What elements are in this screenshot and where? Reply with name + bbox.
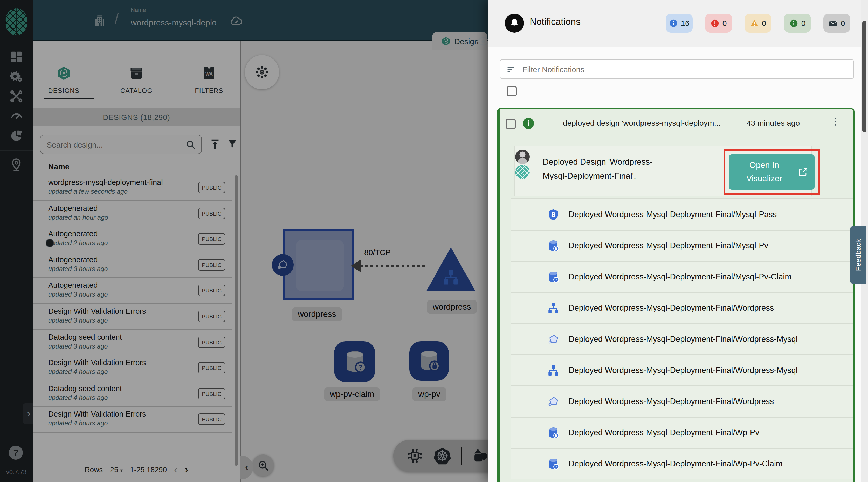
notification-filter-box[interactable] [500,59,854,79]
svg-text:?: ? [555,465,557,469]
error-icon [711,19,720,28]
notification-status-icon [521,116,535,131]
deployment-event-row[interactable]: Deployed Wordpress-Mysql-Deployment-Fina… [510,292,853,323]
deployment-event-row[interactable]: Deployed Wordpress-Mysql-Deployment-Fina… [510,230,853,261]
external-link-icon [798,167,808,177]
filter-lines-icon [506,64,516,74]
notification-card[interactable]: deployed design 'wordpress-mysql-deploym… [497,108,855,482]
notifications-scrollbar-thumb[interactable] [862,21,866,133]
tree-icon [547,302,560,314]
notification-filter-input[interactable] [521,64,847,74]
app-window: › ? v0.7.73 / Name DESIGNS CATALOG WA FI… [0,0,868,482]
success-icon [789,19,799,28]
deployment-event-row[interactable]: Deployed Wordpress-Mysql-Deployment-Fina… [510,417,853,448]
shield-lock-icon [547,208,560,221]
meshery-avatar[interactable] [515,165,530,179]
notification-description: Deployed Design 'Wordpress-Mysql-Deploym… [543,155,677,183]
mail-icon [829,19,838,28]
kebab-menu-icon[interactable]: ⋮ [831,115,840,127]
annotation-highlight-box: Open In Visualizer [724,149,820,195]
db-lock-icon [547,426,560,439]
feedback-tab[interactable]: Feedback [850,226,866,284]
db-question-icon: ? [547,457,560,470]
deployment-event-list: Deployed Wordpress-Mysql-Deployment-Fina… [510,198,853,479]
count-badge-success[interactable]: 0 [784,13,811,33]
bell-glyph-icon [509,18,520,29]
notification-timestamp: 43 minutes ago [747,118,800,127]
select-all-checkbox[interactable] [507,86,517,96]
count-badge-informational[interactable]: 16 [665,13,693,33]
svg-text:?: ? [555,278,557,282]
user-avatar[interactable] [515,149,530,164]
deployment-event-row[interactable]: Deployed Wordpress-Mysql-Deployment-Fina… [510,198,853,230]
info-icon [669,19,678,28]
deployment-event-row[interactable]: ? Deployed Wordpress-Mysql-Deployment-Fi… [510,261,853,292]
deployment-event-row[interactable]: Deployed Wordpress-Mysql-Deployment-Fina… [510,354,853,386]
notifications-panel: Notifications 16 0 0 0 0 deployed design… [488,0,868,482]
deployment-event-row[interactable]: Deployed Wordpress-Mysql-Deployment-Fina… [510,323,853,354]
deployment-event-row[interactable]: ? Deployed Wordpress-Mysql-Deployment-Fi… [510,448,853,479]
modal-dim-overlay [0,0,488,482]
notification-summary[interactable]: deployed design 'wordpress-mysql-deploym… [563,118,742,127]
bell-icon [505,13,524,33]
count-badge-warning[interactable]: 0 [745,13,772,33]
count-badge-read[interactable]: 0 [824,13,850,33]
warning-icon [750,19,759,28]
db-question-icon: ? [547,271,560,283]
count-badge-error[interactable]: 0 [705,13,732,33]
open-in-visualizer-button[interactable]: Open In Visualizer [729,154,814,190]
pentagon-icon [547,333,560,346]
notifications-title: Notifications [530,17,581,28]
tree-icon [547,364,560,377]
db-lock-icon [547,239,560,252]
notification-checkbox[interactable] [506,119,516,129]
pentagon-icon [547,395,560,408]
deployment-event-row[interactable]: Deployed Wordpress-Mysql-Deployment-Fina… [510,386,853,417]
